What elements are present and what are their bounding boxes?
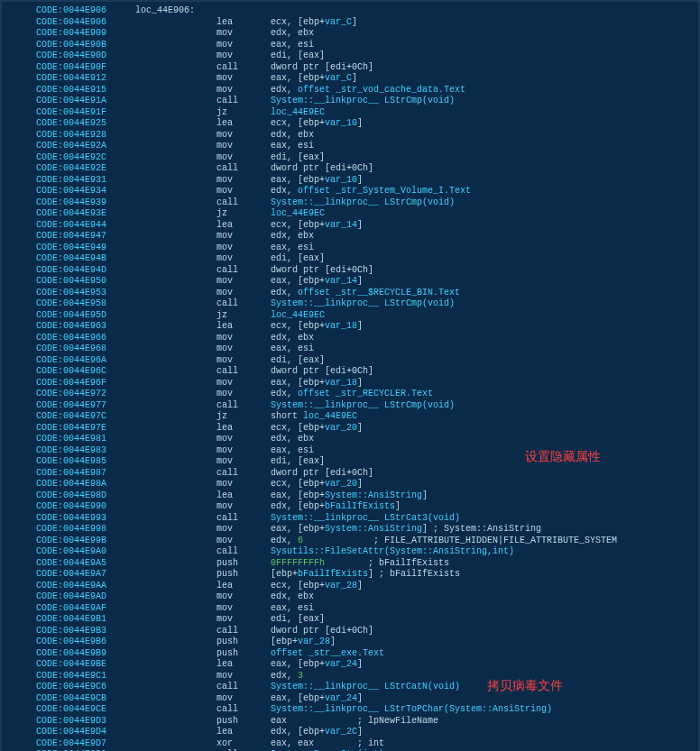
- disasm-line[interactable]: CODE:0044E9A0 callSysutils::FileSetAttr(…: [2, 546, 698, 558]
- disasm-line[interactable]: CODE:0044E90D movedi, [eax]: [2, 50, 698, 62]
- disasm-line[interactable]: CODE:0044E950 moveax, [ebp+var_14]: [2, 276, 698, 288]
- disasm-line[interactable]: CODE:0044E944 leaecx, [ebp+var_14]: [2, 220, 698, 232]
- address: CODE:0044E91A: [36, 96, 135, 107]
- flow-arrows: [2, 28, 36, 40]
- disasm-line[interactable]: CODE:0044E915 movedx, offset _str_vod_ca…: [2, 85, 698, 96]
- address: CODE:0044E9BE: [36, 659, 135, 671]
- disasm-line[interactable]: CODE:0044E92E calldword ptr [edi+0Ch]: [2, 163, 698, 175]
- disasm-line[interactable]: CODE:0044E9D7 xoreax, eax ; int: [2, 738, 698, 750]
- disasm-line[interactable]: CODE:0044E958 callSystem::__linkproc__ L…: [2, 298, 698, 310]
- operands: edx, 3: [271, 671, 303, 682]
- disasm-line[interactable]: CODE:0044E912 moveax, [ebp+var_C]: [2, 73, 698, 85]
- disasm-line[interactable]: CODE:0044E9B6 push[ebp+var_28]: [2, 637, 698, 648]
- address: CODE:0044E931: [36, 175, 135, 187]
- disasm-line[interactable]: CODE:0044E92A moveax, esi: [2, 141, 698, 152]
- disasm-line[interactable]: CODE:0044E96A movedi, [eax]: [2, 355, 698, 367]
- disasm-line[interactable]: CODE:0044E934 movedx, offset _str_System…: [2, 186, 698, 197]
- address: CODE:0044E915: [36, 85, 135, 96]
- address: CODE:0044E9B3: [36, 626, 135, 637]
- mnemonic: mov: [216, 186, 271, 197]
- disasm-line[interactable]: CODE:0044E99B movedx, 6 ; FILE_ATTRIBUTE…: [2, 536, 698, 547]
- disasm-line[interactable]: CODE:0044E925 leaecx, [ebp+var_10]: [2, 118, 698, 130]
- address: CODE:0044E977: [36, 400, 135, 412]
- flow-arrows: [2, 152, 36, 164]
- address: CODE:0044E9CE: [36, 704, 135, 716]
- disasm-line[interactable]: CODE:0044E9AA leaecx, [ebp+var_28]: [2, 581, 698, 592]
- operands: eax, [ebp+System::AnsiString] ; System::…: [271, 524, 541, 536]
- disasm-line[interactable]: CODE:0044E9C6 callSystem::__linkproc__ L…: [2, 682, 698, 693]
- disasm-line[interactable]: CODE:0044E947 movedx, ebx: [2, 231, 698, 243]
- disasm-line[interactable]: CODE:0044E987 calldword ptr [edi+0Ch]: [2, 468, 698, 480]
- disasm-line[interactable]: CODE:0044E95D jzloc_44E9EC: [2, 310, 698, 322]
- disasm-line[interactable]: CODE:0044E931 moveax, [ebp+var_10]: [2, 175, 698, 187]
- disasm-line[interactable]: CODE:0044E998 moveax, [ebp+System::AnsiS…: [2, 524, 698, 536]
- disasm-line[interactable]: CODE:0044E9A7 push[ebp+bFailIfExists] ; …: [2, 569, 698, 581]
- disasm-line[interactable]: CODE:0044E939 callSystem::__linkproc__ L…: [2, 197, 698, 209]
- disasm-line[interactable]: CODE:0044E96F moveax, [ebp+var_18]: [2, 378, 698, 389]
- operands: eax, [ebp+var_24]: [271, 659, 363, 671]
- disasm-line[interactable]: CODE:0044E928 movedx, ebx: [2, 130, 698, 142]
- address: CODE:0044E958: [36, 298, 135, 310]
- flow-arrows: [2, 637, 36, 648]
- disasm-line[interactable]: CODE:0044E9AF moveax, esi: [2, 603, 698, 615]
- disasm-line[interactable]: CODE:0044E9AD movedx, ebx: [2, 591, 698, 603]
- mnemonic: jz: [216, 310, 271, 322]
- operands: edx, ebx: [271, 130, 314, 142]
- disasm-line[interactable]: CODE:0044E97C jzshort loc_44E9EC: [2, 411, 698, 423]
- disasm-line[interactable]: CODE:0044E93E jzloc_44E9EC: [2, 208, 698, 220]
- disasm-line[interactable]: CODE:0044E94B movedi, [eax]: [2, 253, 698, 265]
- disasm-line[interactable]: CODE:0044E9B1 movedi, [eax]: [2, 614, 698, 626]
- disasm-line[interactable]: CODE:0044E9B3 calldword ptr [edi+0Ch]: [2, 626, 698, 637]
- disasm-line[interactable]: CODE:0044E949 moveax, esi: [2, 243, 698, 254]
- disasm-line[interactable]: CODE:0044E98D leaeax, [ebp+System::AnsiS…: [2, 490, 698, 502]
- disasm-line[interactable]: CODE:0044E9A5 push0FFFFFFFFh ; bFailIfEx…: [2, 558, 698, 570]
- disasm-line[interactable]: CODE:0044E981 movedx, ebx: [2, 434, 698, 445]
- disasm-line[interactable]: CODE:0044E909 movedx, ebx: [2, 28, 698, 40]
- disasm-line[interactable]: CODE:0044E9B9 pushoffset _str__exe.Text: [2, 648, 698, 660]
- flow-arrows: [2, 716, 36, 728]
- disasm-line[interactable]: CODE:0044E94D calldword ptr [edi+0Ch]: [2, 265, 698, 277]
- operands: dword ptr [edi+0Ch]: [271, 468, 373, 480]
- disasm-line[interactable]: CODE:0044E993 callSystem::__linkproc__ L…: [2, 513, 698, 525]
- disasm-line[interactable]: CODE:0044E91A callSystem::__linkproc__ L…: [2, 96, 698, 107]
- disasm-line[interactable]: CODE:0044E90F calldword ptr [edi+0Ch]: [2, 62, 698, 74]
- ida-disassembly-view[interactable]: CODE:0044E906 loc_44E906: CODE:0044E906 …: [0, 0, 700, 751]
- mnemonic: mov: [216, 175, 271, 187]
- disasm-line[interactable]: CODE:0044E91F jzloc_44E9EC: [2, 107, 698, 119]
- operands: eax, esi: [271, 343, 314, 355]
- flow-arrows: [2, 727, 36, 738]
- address: CODE:0044E9D7: [36, 738, 135, 750]
- disasm-line[interactable]: CODE:0044E90B moveax, esi: [2, 40, 698, 51]
- mnemonic: mov: [216, 445, 271, 457]
- disasm-line[interactable]: CODE:0044E977 callSystem::__linkproc__ L…: [2, 400, 698, 412]
- disasm-line[interactable]: CODE:0044E92C movedi, [eax]: [2, 152, 698, 164]
- disasm-line[interactable]: CODE:0044E9CB moveax, [ebp+var_24]: [2, 693, 698, 705]
- disasm-line[interactable]: CODE:0044E906 leaecx, [ebp+var_C]: [2, 17, 698, 29]
- flow-arrows: [2, 513, 36, 525]
- disasm-line[interactable]: CODE:0044E98A movecx, [ebp+var_20]: [2, 479, 698, 490]
- mnemonic: call: [216, 513, 271, 525]
- disasm-line[interactable]: CODE:0044E97E leaecx, [ebp+var_20]: [2, 423, 698, 435]
- operands: eax, eax ; int: [271, 738, 384, 750]
- disasm-line[interactable]: CODE:0044E972 movedx, offset _str_RECYCL…: [2, 389, 698, 400]
- operands: edx, ebx: [271, 28, 314, 40]
- disasm-line[interactable]: CODE:0044E96C calldword ptr [edi+0Ch]: [2, 366, 698, 378]
- disasm-line[interactable]: CODE:0044E906 loc_44E906:: [2, 5, 698, 17]
- mnemonic: call: [216, 468, 271, 480]
- disasm-line[interactable]: CODE:0044E968 moveax, esi: [2, 343, 698, 355]
- disasm-line[interactable]: CODE:0044E963 leaecx, [ebp+var_18]: [2, 321, 698, 333]
- disasm-line[interactable]: CODE:0044E9CE callSystem::__linkproc__ L…: [2, 704, 698, 716]
- flow-arrows: [2, 659, 36, 671]
- disasm-line[interactable]: CODE:0044E9C1 movedx, 3: [2, 671, 698, 682]
- disasm-line[interactable]: CODE:0044E990 movedx, [ebp+bFailIfExists…: [2, 501, 698, 513]
- flow-arrows: [2, 96, 36, 107]
- disasm-line[interactable]: CODE:0044E9D4 leaedx, [ebp+var_2C]: [2, 727, 698, 738]
- disasm-line[interactable]: CODE:0044E966 movedx, ebx: [2, 333, 698, 344]
- operands: ecx, [ebp+var_28]: [271, 581, 363, 592]
- disasm-line[interactable]: CODE:0044E9D3 pusheax ; lpNewFileName: [2, 716, 698, 728]
- annotation-copy-virus: 拷贝病毒文件: [487, 678, 563, 694]
- disasm-line[interactable]: CODE:0044E9BE leaeax, [ebp+var_24]: [2, 659, 698, 671]
- mnemonic: jz: [216, 107, 271, 119]
- address: CODE:0044E96C: [36, 366, 135, 378]
- disasm-line[interactable]: CODE:0044E953 movedx, offset _str__$RECY…: [2, 288, 698, 299]
